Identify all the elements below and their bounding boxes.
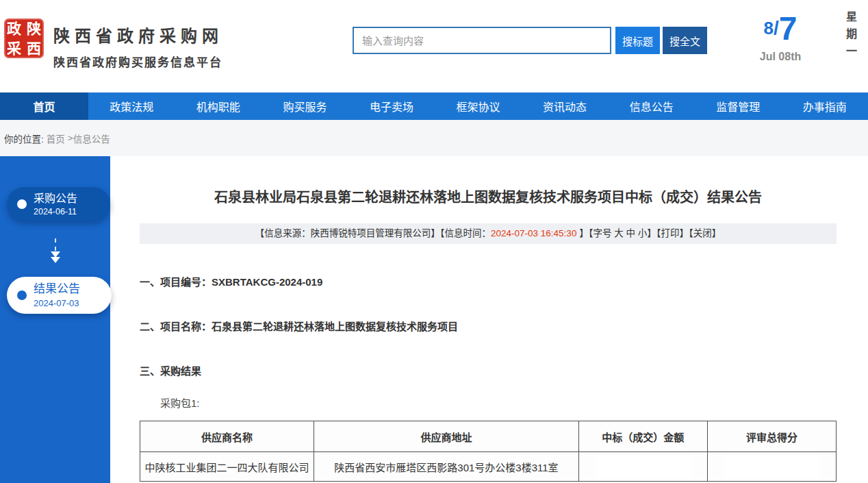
print-button[interactable]: 【打印】 [656, 228, 689, 238]
nav-item-supervision[interactable]: 监督管理 [695, 92, 782, 120]
breadcrumb-current-link[interactable]: 信息公告 [73, 132, 110, 145]
table-header-row: 供应商名称 供应商地址 中标（成交）金额 评审总得分 [140, 421, 837, 452]
main-nav: 首页 政策法规 机构职能 购买服务 电子卖场 框架协议 资讯动态 信息公告 监督… [0, 92, 868, 120]
section-label: 一、项目编号： [140, 276, 212, 288]
section-procurement-result: 三、采购结果 采购包1: [140, 363, 837, 410]
announcement-sidebar: 采购公告 2024-06-11 结果公告 2024-07-03 [0, 156, 110, 483]
breadcrumb: 你的位置: 首页 > 信息公告 [0, 120, 868, 156]
font-size-medium-button[interactable]: 中 [626, 228, 635, 238]
table-row: 中陕核工业集团二一四大队有限公司 陕西省西安市雁塔区西影路301号办公楼3楼31… [140, 452, 837, 482]
sidebar-item-result-announcement[interactable]: 结果公告 2024-07-03 [7, 277, 112, 314]
section-project-name: 二、项目名称：石泉县第二轮退耕还林落地上图数据复核技术服务项目 [140, 319, 837, 333]
sidebar-item-title: 采购公告 [34, 192, 77, 205]
site-logo: 政 陕 采 西 [4, 18, 44, 58]
nav-item-functions[interactable]: 机构职能 [175, 92, 262, 120]
breadcrumb-label: 你的位置: [4, 132, 44, 145]
cell-supplier-name: 中陕核工业集团二一四大队有限公司 [140, 452, 314, 482]
project-name-value: 石泉县第二轮退耕还林落地上图数据复核技术服务项目 [212, 321, 458, 332]
search-fulltext-button[interactable]: 搜全文 [663, 27, 707, 54]
date-english: Jul 08th [743, 51, 818, 63]
logo-char: 政 [4, 18, 24, 38]
nav-item-framework-agreement[interactable]: 框架协议 [435, 92, 522, 120]
section-label: 二、项目名称： [140, 321, 212, 332]
article-content: 石泉县林业局石泉县第二轮退耕还林落地上图数据复核技术服务项目中标（成交）结果公告… [140, 156, 837, 483]
sidebar-item-date: 2024-07-03 [34, 298, 80, 308]
date-slash: / [774, 17, 779, 38]
project-number-value: SXBRTAKCG-2024-019 [212, 276, 322, 288]
weekday-label: 星期一 [842, 11, 858, 62]
package-label: 采购包1: [140, 395, 837, 410]
bullet-dot-icon [17, 290, 27, 300]
nav-item-announcements[interactable]: 信息公告 [608, 92, 695, 120]
font-size-prefix: 【字号 [589, 228, 612, 238]
redacted-area [597, 458, 689, 475]
cell-evaluation-score [707, 452, 836, 482]
article-meta-bar: 【信息来源：陕西博锐特项目管理有限公司】【信息时间：2024-07-03 16:… [140, 223, 837, 244]
section-project-number: 一、项目编号：SXBRTAKCG-2024-019 [140, 274, 837, 288]
nav-item-news[interactable]: 资讯动态 [522, 92, 609, 120]
cell-supplier-address: 陕西省西安市雁塔区西影路301号办公楼3楼311室 [314, 452, 578, 482]
header-award-amount: 中标（成交）金额 [578, 421, 707, 452]
nav-item-purchase-services[interactable]: 购买服务 [261, 92, 348, 120]
nav-item-guide[interactable]: 办事指南 [782, 92, 868, 120]
info-time-value: 2024-07-03 16:45:30 [491, 228, 576, 238]
site-title: 陕西省政府采购网 [53, 23, 223, 47]
search-input[interactable] [353, 27, 611, 54]
info-source: 【信息来源：陕西博锐特项目管理有限公司】 [255, 228, 440, 238]
site-header: 政 陕 采 西 陕西省政府采购网 陕西省政府购买服务信息平台 搜标题 搜全文 8… [0, 0, 868, 92]
breadcrumb-home-link[interactable]: 首页 [47, 132, 65, 145]
header-supplier-address: 供应商地址 [314, 421, 578, 452]
logo-char: 陕 [24, 18, 44, 38]
header-evaluation-score: 评审总得分 [707, 421, 836, 452]
flow-arrow-down-icon [0, 238, 110, 271]
section-label: 三、采购结果 [140, 365, 201, 377]
redacted-area [726, 458, 818, 475]
result-table: 供应商名称 供应商地址 中标（成交）金额 评审总得分 中陕核工业集团二一四大队有… [140, 421, 837, 482]
sidebar-item-procurement-announcement[interactable]: 采购公告 2024-06-11 [7, 187, 110, 221]
info-time-prefix: 【信息时间： [440, 228, 491, 238]
close-button[interactable]: 【关闭】 [689, 228, 721, 238]
date-month: 8 [764, 18, 774, 38]
search-title-button[interactable]: 搜标题 [615, 27, 660, 54]
font-size-suffix: 】 [647, 228, 656, 238]
breadcrumb-separator: > [68, 133, 73, 143]
header-supplier-name: 供应商名称 [140, 421, 314, 452]
bullet-dot-icon [17, 199, 27, 209]
nav-item-emarket[interactable]: 电子卖场 [348, 92, 435, 120]
date-day: 7 [779, 10, 797, 47]
search-bar: 搜标题 搜全文 [353, 27, 707, 54]
logo-char: 西 [24, 38, 44, 58]
date-widget: 8/7 Jul 08th [743, 12, 818, 63]
article-title: 石泉县林业局石泉县第二轮退耕还林落地上图数据复核技术服务项目中标（成交）结果公告 [140, 186, 837, 206]
font-size-small-button[interactable]: 小 [638, 228, 648, 238]
font-size-large-button[interactable]: 大 [614, 228, 624, 238]
site-subtitle: 陕西省政府购买服务信息平台 [53, 53, 223, 70]
nav-item-home[interactable]: 首页 [0, 92, 88, 120]
info-time-suffix: 】 [576, 228, 588, 238]
sidebar-item-date: 2024-06-11 [34, 207, 77, 216]
cell-award-amount [578, 452, 707, 482]
sidebar-item-title: 结果公告 [34, 282, 80, 296]
nav-item-policies[interactable]: 政策法规 [88, 92, 175, 120]
logo-char: 采 [4, 38, 24, 58]
